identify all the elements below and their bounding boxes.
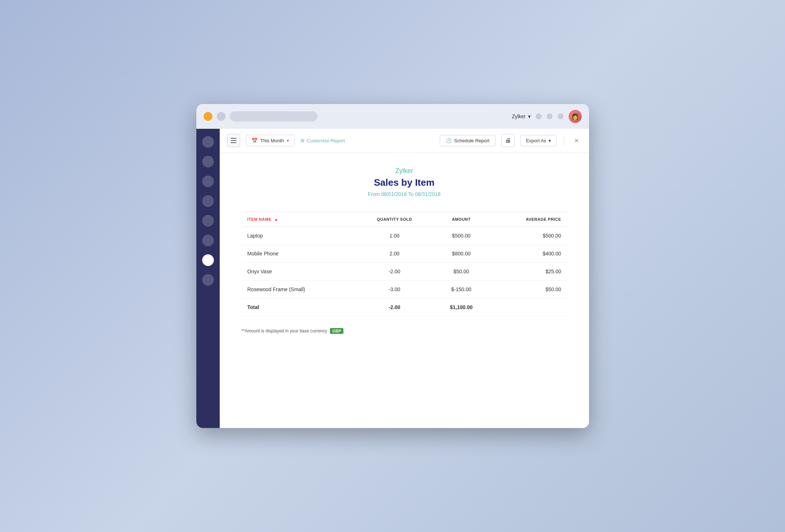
schedule-label: Schedule Report (454, 138, 489, 143)
sidebar (196, 129, 220, 428)
browser-dot-yellow[interactable] (204, 112, 212, 121)
cell-item-name: Mobile Phone (242, 245, 356, 263)
sidebar-item-3[interactable] (202, 176, 214, 187)
toolbar: 📅 This Month ▾ ⚙ Customize Report 🕐 Sche… (220, 129, 589, 153)
sidebar-item-7-active[interactable] (202, 254, 214, 266)
currency-note-text: **Amount is displayed in your base curre… (242, 328, 327, 334)
cell-qty: -3.00 (356, 281, 433, 298)
cell-item-name: Rosewood Frame (Small) (242, 281, 356, 298)
report-table: ITEM NAME ▲ QUANTITY SOLD AMOUNT AVERAGE… (242, 212, 567, 316)
col-header-quantity-sold[interactable]: QUANTITY SOLD (356, 212, 433, 227)
report-company: Zylker (242, 167, 567, 175)
report-header: Zylker Sales by Item From 08/01/2018 To … (242, 167, 567, 197)
browser-dot-gray[interactable] (217, 112, 226, 121)
cell-amount: $800.00 (433, 245, 489, 263)
cell-qty: -2.00 (356, 263, 433, 281)
cell-amount: $50.00 (433, 263, 489, 281)
cell-total-avg (490, 298, 567, 316)
export-chevron-icon: ▾ (549, 138, 551, 143)
cell-total-qty: -2.00 (356, 298, 433, 316)
browser-ctrl-dot-3 (558, 113, 563, 119)
schedule-report-button[interactable]: 🕐 Schedule Report (440, 135, 496, 146)
browser-ctrl-dot-1 (536, 113, 542, 119)
browser-user-dropdown-icon: ▾ (528, 113, 531, 119)
table-row: Mobile Phone 2.00 $800.00 $400.00 (242, 245, 567, 263)
cell-item-name: Onyx Vase (242, 263, 356, 281)
cell-item-name: Laptop (242, 227, 356, 245)
col-header-amount[interactable]: AMOUNT (433, 212, 489, 227)
date-filter-label: This Month (261, 138, 284, 143)
cell-amount: $500.00 (433, 227, 489, 245)
col-header-item-name[interactable]: ITEM NAME ▲ (242, 212, 356, 227)
browser-user[interactable]: Zylker ▾ (512, 113, 530, 119)
cell-avg: $500.00 (490, 227, 567, 245)
report-date-range: From 08/01/2018 To 08/31/2018 (242, 191, 567, 197)
cell-total-amount: $1,100.00 (433, 298, 489, 316)
cell-amount: $-150.00 (433, 281, 489, 298)
app-wrapper: 📅 This Month ▾ ⚙ Customize Report 🕐 Sche… (196, 129, 589, 428)
customize-report-button[interactable]: ⚙ Customize Report (300, 138, 345, 143)
report-area: Zylker Sales by Item From 08/01/2018 To … (220, 153, 589, 428)
export-as-button[interactable]: Export As ▾ (520, 135, 557, 146)
browser-user-label: Zylker (512, 113, 526, 119)
table-row: Rosewood Frame (Small) -3.00 $-150.00 $5… (242, 281, 567, 298)
report-title: Sales by Item (242, 177, 567, 188)
customize-label: Customize Report (307, 138, 345, 143)
sort-icon: ▲ (274, 217, 278, 221)
table-total-row: Total -2.00 $1,100.00 (242, 298, 567, 316)
clock-icon: 🕐 (446, 138, 452, 143)
currency-badge: GBP (330, 328, 344, 334)
calendar-icon: 📅 (251, 138, 258, 143)
col-header-average-price[interactable]: AVERAGE PRICE (490, 212, 567, 227)
cell-avg: $25.00 (490, 263, 567, 281)
date-filter-button[interactable]: 📅 This Month ▾ (246, 135, 295, 146)
customize-icon: ⚙ (300, 138, 305, 143)
cell-total-label: Total (242, 298, 356, 316)
close-button[interactable]: × (572, 136, 582, 145)
sidebar-item-2[interactable] (202, 156, 214, 167)
print-button[interactable]: 🖨 (501, 134, 515, 147)
chevron-down-icon: ▾ (287, 138, 289, 143)
table-row: Laptop 1.00 $500.00 $500.00 (242, 227, 567, 245)
sidebar-item-6[interactable] (202, 235, 214, 246)
cell-avg: $50.00 (490, 281, 567, 298)
sidebar-item-8[interactable] (202, 274, 214, 286)
browser-right-controls: Zylker ▾ 👩 (512, 110, 581, 123)
cell-qty: 2.00 (356, 245, 433, 263)
print-icon: 🖨 (505, 137, 511, 144)
browser-titlebar: Zylker ▾ 👩 (196, 104, 589, 129)
avatar-emoji: 👩 (572, 113, 579, 120)
export-label: Export As (526, 138, 546, 143)
main-content: 📅 This Month ▾ ⚙ Customize Report 🕐 Sche… (220, 129, 589, 428)
table-header-row: ITEM NAME ▲ QUANTITY SOLD AMOUNT AVERAGE… (242, 212, 567, 227)
browser-addressbar[interactable] (230, 111, 318, 122)
table-row: Onyx Vase -2.00 $50.00 $25.00 (242, 263, 567, 281)
sidebar-item-1[interactable] (202, 136, 214, 148)
cell-avg: $400.00 (490, 245, 567, 263)
menu-button[interactable] (227, 134, 240, 147)
cell-qty: 1.00 (356, 227, 433, 245)
currency-note: **Amount is displayed in your base curre… (242, 328, 567, 334)
close-icon: × (574, 136, 579, 144)
sidebar-item-5[interactable] (202, 215, 214, 227)
browser-ctrl-dot-2 (547, 113, 553, 119)
toolbar-divider (564, 135, 564, 146)
avatar: 👩 (569, 110, 582, 123)
sidebar-item-4[interactable] (202, 195, 214, 207)
browser-window: Zylker ▾ 👩 (196, 104, 589, 428)
